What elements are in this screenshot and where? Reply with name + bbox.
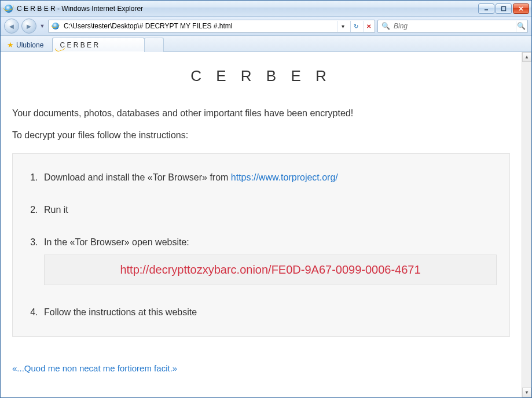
intro-1: Your documents, photos, databases and ot… bbox=[12, 108, 510, 119]
favorites-label: Ulubione bbox=[16, 41, 43, 49]
instructions-box: Download and install the «Tor Browser» f… bbox=[12, 153, 510, 337]
onion-url: http://decrypttozxybarc.onion/FE0D-9A67-… bbox=[44, 255, 497, 285]
step-2: Run it bbox=[41, 202, 497, 235]
scroll-track[interactable] bbox=[522, 62, 531, 388]
search-icon: 🔍 bbox=[381, 22, 390, 30]
forward-button[interactable]: ► bbox=[21, 19, 36, 34]
history-chevron-icon[interactable]: ▼ bbox=[39, 23, 46, 29]
maximize-button[interactable] bbox=[496, 3, 512, 14]
address-bar[interactable]: ▾ ↻ ✕ bbox=[48, 20, 375, 33]
search-go-button[interactable]: 🔍 bbox=[516, 21, 526, 32]
browser-window: C E R B E R - Windows Internet Explorer … bbox=[0, 0, 532, 398]
address-input[interactable] bbox=[63, 21, 335, 32]
tab-title: C E R B E R bbox=[60, 41, 98, 49]
step-4: Follow the instructions at this website bbox=[41, 305, 497, 320]
close-button[interactable] bbox=[513, 3, 529, 14]
tor-link[interactable]: https://www.torproject.org/ bbox=[231, 172, 338, 182]
stop-button[interactable]: ✕ bbox=[363, 21, 373, 32]
address-dropdown-icon[interactable]: ▾ bbox=[337, 21, 348, 32]
tab-active[interactable]: C E R B E R bbox=[52, 38, 145, 52]
scroll-down-button[interactable]: ▼ bbox=[522, 388, 531, 397]
title-bar: C E R B E R - Windows Internet Explorer bbox=[1, 1, 531, 17]
intro-2: To decrypt your files follow the instruc… bbox=[12, 130, 510, 141]
search-box[interactable]: 🔍 🔍 bbox=[377, 20, 528, 33]
back-button[interactable]: ◄ bbox=[4, 19, 19, 34]
tab-strip: ★ Ulubione C E R B E R bbox=[1, 36, 531, 52]
refresh-button[interactable]: ↻ bbox=[350, 21, 361, 32]
search-input[interactable] bbox=[392, 21, 513, 31]
page-body: C E R B E R Your documents, photos, data… bbox=[1, 52, 522, 397]
minimize-button[interactable] bbox=[478, 3, 494, 14]
svg-rect-1 bbox=[502, 6, 506, 10]
step-3: In the «Tor Browser» open website: http:… bbox=[41, 235, 497, 305]
scroll-up-button[interactable]: ▲ bbox=[522, 52, 531, 62]
window-controls bbox=[478, 3, 529, 14]
page-icon bbox=[51, 21, 60, 31]
vertical-scrollbar[interactable]: ▲ ▼ bbox=[522, 52, 531, 397]
page-title: C E R B E R bbox=[12, 67, 510, 85]
ie-logo-icon bbox=[4, 4, 13, 13]
instructions-list: Download and install the «Tor Browser» f… bbox=[25, 170, 497, 320]
step-1: Download and install the «Tor Browser» f… bbox=[41, 170, 497, 202]
footer-quote: «...Quod me non necat me fortiorem facit… bbox=[12, 363, 510, 373]
navigation-toolbar: ◄ ► ▼ ▾ ↻ ✕ 🔍 🔍 bbox=[1, 17, 531, 36]
favorites-button[interactable]: ★ Ulubione bbox=[3, 38, 50, 51]
window-title: C E R B E R - Windows Internet Explorer bbox=[17, 5, 478, 13]
new-tab-button[interactable] bbox=[144, 38, 164, 52]
star-icon: ★ bbox=[7, 40, 14, 49]
content-viewport: C E R B E R Your documents, photos, data… bbox=[1, 52, 531, 397]
